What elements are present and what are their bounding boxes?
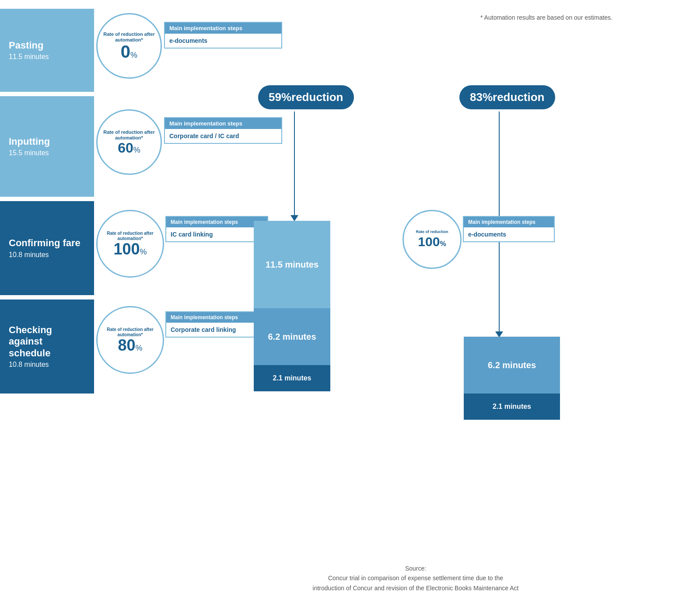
impl-checking-content: Corporate card linking xyxy=(166,323,267,337)
impl-pasting-header: Main implementation steps xyxy=(165,23,281,34)
step-confirming-title: Confirming fare xyxy=(9,237,85,249)
impl-right-header: Main implementation steps xyxy=(464,217,554,227)
circle-inputting-label: Rate of reduction after automation* xyxy=(98,129,161,141)
step-checking: Checking against schedule 10.8 minutes xyxy=(0,300,94,394)
impl-confirming-content: IC card linking xyxy=(166,227,267,241)
impl-right-content: e-documents xyxy=(464,227,554,241)
circle-pasting: Rate of reduction after automation* 0 % xyxy=(96,13,162,79)
circle-checking-suffix: % xyxy=(136,344,143,353)
reduction-83-label: 83%reduction xyxy=(470,91,545,104)
step-pasting-title: Pasting xyxy=(9,40,85,51)
step-inputting-title: Inputting xyxy=(9,136,85,147)
impl-box-confirming: Main implementation steps IC card linkin… xyxy=(165,216,268,242)
circle-checking-percent: 80 xyxy=(118,338,135,353)
impl-box-pasting: Main implementation steps e-documents xyxy=(164,22,282,49)
bar-left-bot: 2.1 minutes xyxy=(254,365,330,391)
circle-confirming-percent: 100 xyxy=(113,241,140,257)
circle-pasting-percent: 0 xyxy=(121,43,130,60)
reduction-badge-83: 83%reduction xyxy=(459,85,555,109)
arrow-line-left xyxy=(294,111,295,216)
reduction-59-label: 59%reduction xyxy=(269,91,343,104)
circle-inputting-percent: 60 xyxy=(118,141,133,155)
bar-left-top: 11.5 minutes xyxy=(254,221,330,308)
circle-pasting-suffix: % xyxy=(130,51,137,60)
circle-right-percent: 100 xyxy=(418,234,440,249)
impl-confirming-header: Main implementation steps xyxy=(166,217,267,227)
step-checking-title: Checking against schedule xyxy=(9,324,85,359)
circle-checking: Rate of reduction after automation* 80 % xyxy=(96,306,164,374)
impl-pasting-content: e-documents xyxy=(165,34,281,48)
source-label: Source:Concur trial in comparison of exp… xyxy=(313,565,519,592)
circle-confirming: Rate of reduction after automation* 100 … xyxy=(96,210,164,278)
circle-confirming-label: Rate of reduction after automation* xyxy=(98,231,163,241)
bar-left-mid: 6.2 minutes xyxy=(254,308,330,365)
bar-right-bot-label: 2.1 minutes xyxy=(493,403,531,411)
circle-checking-label: Rate of reduction after automation* xyxy=(98,327,163,338)
main-container: * Automation results are based on our es… xyxy=(0,0,700,606)
step-confirming-minutes: 10.8 minutes xyxy=(9,251,85,259)
arrow-head-left xyxy=(290,215,298,221)
circle-pasting-label: Rate of reduction after automation* xyxy=(98,31,161,43)
impl-inputting-content: Corporate card / IC card xyxy=(165,129,281,143)
circle-right-100: Rate of reduction 100 % xyxy=(402,210,462,269)
step-checking-minutes: 10.8 minutes xyxy=(9,361,85,369)
bar-left-bot-label: 2.1 minutes xyxy=(273,374,311,382)
bar-right-top-label: 6.2 minutes xyxy=(488,360,536,370)
step-confirming: Confirming fare 10.8 minutes xyxy=(0,201,94,295)
impl-box-inputting: Main implementation steps Corporate card… xyxy=(164,117,282,144)
annotation-text: * Automation results are based on our es… xyxy=(480,13,612,22)
impl-inputting-header: Main implementation steps xyxy=(165,118,281,129)
step-inputting: Inputting 15.5 minutes xyxy=(0,96,94,197)
impl-box-right: Main implementation steps e-documents xyxy=(463,216,555,242)
step-pasting-minutes: 11.5 minutes xyxy=(9,53,85,61)
impl-checking-header: Main implementation steps xyxy=(166,312,267,323)
bar-right-bot: 2.1 minutes xyxy=(464,394,560,420)
bar-left-mid-label: 6.2 minutes xyxy=(268,332,316,342)
circle-inputting: Rate of reduction after automation* 60 % xyxy=(96,109,162,175)
step-pasting: Pasting 11.5 minutes xyxy=(0,9,94,92)
circle-inputting-suffix: % xyxy=(133,146,140,155)
circle-right-label: Rate of reduction xyxy=(416,230,448,234)
circle-confirming-suffix: % xyxy=(140,247,147,257)
bar-right-top: 6.2 minutes xyxy=(464,337,560,394)
step-inputting-minutes: 15.5 minutes xyxy=(9,149,85,157)
reduction-badge-59: 59%reduction xyxy=(258,85,354,109)
impl-box-checking: Main implementation steps Corporate card… xyxy=(165,311,268,338)
circle-right-suffix: % xyxy=(440,240,446,248)
source-text: Source:Concur trial in comparison of exp… xyxy=(153,564,678,593)
bar-left-top-label: 11.5 minutes xyxy=(266,260,318,270)
